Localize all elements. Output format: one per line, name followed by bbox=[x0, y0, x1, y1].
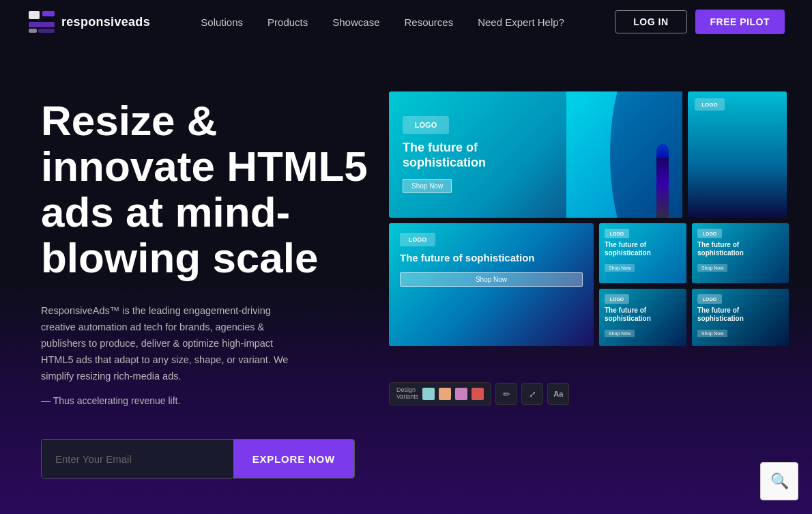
ad-fifth-banner: LOGO The future of sophistication Shop N… bbox=[692, 223, 789, 283]
design-variants-group: Design Variants bbox=[389, 382, 491, 405]
color-swatch-4[interactable] bbox=[472, 388, 484, 400]
hero-description: ResponsiveAds™ is the leading engagement… bbox=[41, 303, 300, 385]
nav-item-showcase[interactable]: Showcase bbox=[332, 16, 379, 28]
ad-second-tagline: The future of sophistication bbox=[400, 252, 583, 264]
svg-rect-1 bbox=[42, 11, 55, 16]
ad-seventh-cta[interactable]: Shop Now bbox=[697, 330, 727, 337]
svg-rect-3 bbox=[29, 29, 37, 33]
ad-fourth-banner: LOGO The future of sophistication Shop N… bbox=[599, 223, 686, 283]
resize-icon-button[interactable]: ⤢ bbox=[521, 383, 543, 405]
ad-main-banner: LOGO The future of sophistication Shop N… bbox=[389, 91, 682, 218]
ad-tagline: The future of sophistication bbox=[403, 141, 553, 170]
svg-rect-0 bbox=[29, 11, 40, 19]
nav-item-resources[interactable]: Resources bbox=[404, 16, 453, 28]
ad-main-image bbox=[566, 91, 682, 218]
ad-showcase: LOGO The future of sophistication Shop N… bbox=[389, 91, 792, 365]
email-input[interactable] bbox=[42, 440, 233, 478]
ad-main-content: LOGO The future of sophistication Shop N… bbox=[389, 105, 566, 203]
ad-second-logo: LOGO bbox=[400, 233, 435, 246]
hero-heading: Resize & innovate HTML5 ads at mind-blow… bbox=[41, 98, 368, 281]
hero-cta: EXPLORE NOW bbox=[41, 439, 355, 479]
nav-item-products[interactable]: Products bbox=[267, 16, 308, 28]
ad-sixth-cta[interactable]: Shop Now bbox=[605, 330, 635, 337]
ad-sixth-tagline: The future of sophistication bbox=[605, 306, 681, 323]
explore-now-button[interactable]: EXPLORE NOW bbox=[233, 440, 354, 478]
nav-links: Solutions Products Showcase Resources Ne… bbox=[201, 16, 564, 28]
ad-seventh-banner: LOGO The future of sophistication Shop N… bbox=[692, 289, 789, 346]
svg-rect-2 bbox=[29, 22, 55, 27]
ad-second-shop-button[interactable]: Shop Now bbox=[400, 272, 583, 287]
free-pilot-button[interactable]: FREE PILOT bbox=[695, 10, 785, 34]
hero-left: Resize & innovate HTML5 ads at mind-blow… bbox=[41, 85, 368, 479]
recaptcha-box: 🔍 bbox=[760, 462, 798, 500]
ad-sixth-banner: LOGO The future of sophistication Shop N… bbox=[599, 289, 686, 346]
ad-third-logo: LOGO bbox=[695, 98, 725, 111]
svg-rect-4 bbox=[38, 29, 55, 33]
ad-sixth-logo: LOGO bbox=[605, 294, 629, 304]
ad-fourth-cta[interactable]: Shop Now bbox=[605, 264, 635, 272]
edit-icon-button[interactable]: ✏ bbox=[495, 383, 517, 405]
ad-toolbar: Design Variants ✏ ⤢ Aa bbox=[389, 382, 569, 405]
nav-actions: LOG IN FREE PILOT bbox=[615, 10, 785, 34]
woman-silhouette bbox=[594, 91, 682, 218]
logo-text: responsiveads bbox=[61, 15, 150, 29]
ad-third-banner: LOGO bbox=[688, 91, 787, 218]
nav-item-solutions[interactable]: Solutions bbox=[201, 16, 243, 28]
hero-tagline: — Thus accelerating revenue lift. bbox=[41, 395, 368, 406]
nav-item-expert-help[interactable]: Need Expert Help? bbox=[478, 16, 564, 28]
ad-second-banner: LOGO The future of sophistication Shop N… bbox=[389, 223, 594, 346]
recaptcha-area: 🔍 bbox=[760, 462, 798, 500]
recaptcha-icon: 🔍 bbox=[770, 472, 789, 490]
hero-section: Resize & innovate HTML5 ads at mind-blow… bbox=[0, 44, 812, 514]
login-button[interactable]: LOG IN bbox=[615, 10, 686, 33]
color-swatch-2[interactable] bbox=[439, 388, 451, 400]
color-swatch-1[interactable] bbox=[422, 388, 435, 400]
ad-shop-now-button[interactable]: Shop Now bbox=[403, 179, 452, 193]
ad-seventh-tagline: The future of sophistication bbox=[697, 306, 783, 323]
ad-fifth-logo: LOGO bbox=[697, 229, 722, 238]
color-swatch-3[interactable] bbox=[455, 388, 467, 400]
typography-icon-button[interactable]: Aa bbox=[547, 383, 569, 405]
ad-fourth-tagline: The future of sophistication bbox=[605, 241, 681, 257]
ad-fifth-cta[interactable]: Shop Now bbox=[697, 264, 727, 272]
navbar: responsiveads Solutions Products Showcas… bbox=[0, 0, 812, 44]
ad-fifth-tagline: The future of sophistication bbox=[697, 241, 783, 257]
ad-seventh-logo: LOGO bbox=[697, 294, 722, 304]
logo[interactable]: responsiveads bbox=[27, 10, 150, 34]
hero-right: LOGO The future of sophistication Shop N… bbox=[389, 91, 792, 365]
toolbar-design-label: Design Variants bbox=[396, 387, 418, 401]
ad-logo: LOGO bbox=[403, 116, 449, 134]
ad-fourth-logo: LOGO bbox=[605, 229, 629, 238]
lipstick-graphic bbox=[656, 156, 669, 218]
